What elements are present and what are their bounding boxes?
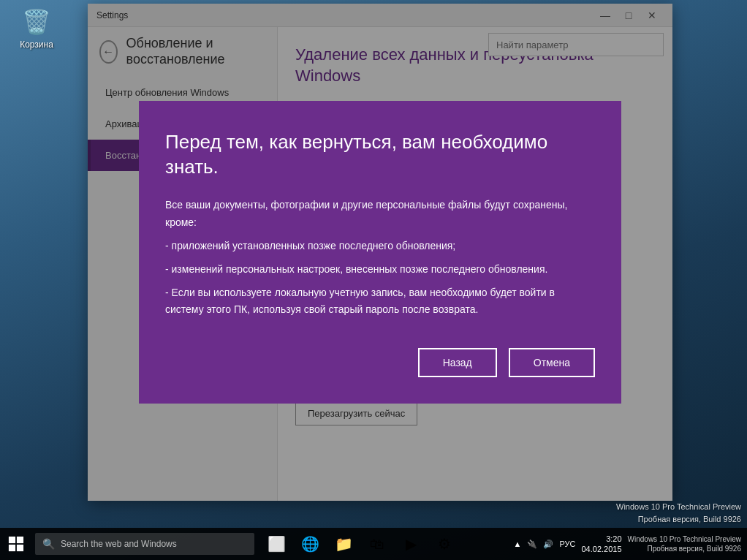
windows-logo-icon: [8, 536, 24, 552]
watermark-tray-line2: Пробная версия, Build 9926: [628, 544, 741, 553]
modal-body: Все ваши документы, фотографии и другие …: [165, 197, 595, 319]
taskbar-app-edge[interactable]: 🌐: [294, 528, 326, 560]
watermark-tray-line1: Windows 10 Pro Technical Preview: [628, 534, 741, 544]
modal-cancel-button[interactable]: Отмена: [509, 348, 595, 377]
modal-title: Перед тем, как вернуться, вам необходимо…: [165, 130, 595, 180]
tray-network-icon: 🔌: [527, 540, 537, 549]
recycle-bin-icon[interactable]: 🗑️ Корзина: [11, 7, 62, 50]
start-button[interactable]: [0, 528, 32, 560]
recycle-bin-image: 🗑️: [22, 7, 51, 37]
taskbar-clock[interactable]: 3:20 04.02.2015: [581, 534, 621, 555]
watermark-line1: Windows 10 Pro Technical Preview: [616, 501, 741, 513]
modal-body-line2: - приложений установленных позже последн…: [165, 238, 595, 255]
modal-dialog: Перед тем, как вернуться, вам необходимо…: [139, 101, 621, 404]
modal-body-line3: - изменений персональных настроек, внесе…: [165, 261, 595, 279]
taskbar-watermark: Windows 10 Pro Technical Preview Пробная…: [628, 534, 741, 553]
tray-language[interactable]: РУС: [559, 540, 575, 548]
taskbar-apps: ⬜ 🌐 📁 🛍 ▶ ⚙: [260, 528, 460, 560]
taskbar-app-settings[interactable]: ⚙: [428, 528, 460, 560]
modal-overlay: Перед тем, как вернуться, вам необходимо…: [88, 4, 672, 501]
taskbar-app-task-view[interactable]: ⬜: [260, 528, 292, 560]
svg-rect-1: [17, 537, 23, 543]
tray-volume-icon[interactable]: 🔊: [543, 540, 553, 549]
taskbar-app-store[interactable]: 🛍: [361, 528, 393, 560]
taskbar-app-explorer[interactable]: 📁: [327, 528, 360, 560]
taskbar-tray: ▲ 🔌 🔊 РУС 3:20 04.02.2015 Windows 10 Pro…: [514, 534, 747, 555]
modal-buttons: Назад Отмена: [165, 348, 595, 377]
recycle-bin-label: Корзина: [20, 39, 53, 50]
taskbar-search[interactable]: 🔍 Search the web and Windows: [35, 533, 254, 555]
taskbar-search-text: Search the web and Windows: [61, 539, 177, 549]
modal-body-line1: Все ваши документы, фотографии и другие …: [165, 197, 595, 232]
svg-rect-3: [17, 545, 23, 551]
desktop: 🗑️ Корзина Settings — □ ✕ ← Обновление и…: [0, 0, 747, 560]
watermark-line2: Пробная версия, Build 9926: [616, 513, 741, 526]
svg-rect-0: [9, 537, 15, 543]
taskbar: 🔍 Search the web and Windows ⬜ 🌐 📁 🛍 ▶ ⚙…: [0, 528, 747, 560]
taskbar-app-media[interactable]: ▶: [395, 528, 427, 560]
clock-date: 04.02.2015: [581, 544, 621, 554]
modal-body-line4: - Если вы используете локальную учетную …: [165, 284, 595, 319]
clock-time: 3:20: [606, 534, 621, 544]
watermark: Windows 10 Pro Technical Preview Пробная…: [616, 501, 741, 525]
modal-back-button[interactable]: Назад: [418, 348, 497, 377]
tray-arrow-icon[interactable]: ▲: [514, 540, 522, 548]
svg-rect-2: [9, 545, 15, 551]
search-icon: 🔍: [42, 538, 55, 550]
settings-window: Settings — □ ✕ ← Обновление и восстановл…: [88, 4, 672, 501]
